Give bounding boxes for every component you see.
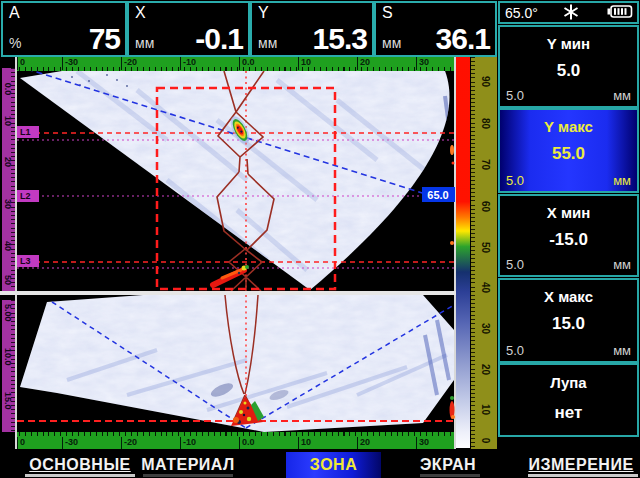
ruler-label: 0.0 — [239, 57, 255, 70]
ruler-label: 40 — [3, 238, 13, 254]
menu-underline-bar — [528, 474, 638, 477]
ruler-label: 70 — [480, 157, 491, 173]
measurement-unit: % — [9, 35, 21, 51]
param-y-max[interactable]: Y макс 55.0 5.0 мм — [498, 108, 639, 193]
ruler-label: -10 — [180, 57, 196, 70]
ruler-label: 60 — [480, 199, 491, 215]
measurement-box-x: X мм -0.1 — [127, 1, 250, 57]
param-title: Лупа — [500, 374, 637, 391]
ruler-label: 0 — [480, 433, 491, 449]
param-value: 5.0 — [500, 61, 637, 81]
param-value: нет — [500, 403, 637, 423]
ruler-label: 10 — [480, 402, 491, 418]
measurement-unit: мм — [382, 35, 401, 51]
param-value: 55.0 — [500, 144, 637, 164]
measurement-value: -0.1 — [195, 22, 243, 56]
vertical-ruler-top: 0.0 10 20 30 40 50 — [2, 68, 15, 292]
param-unit: мм — [613, 88, 631, 103]
param-step: 5.0 — [506, 173, 524, 188]
ruler-label: 20 — [3, 154, 13, 170]
ruler-label: 80 — [480, 116, 491, 132]
ruler-label: 90 — [480, 74, 491, 90]
ruler-label: 5.00 — [3, 304, 13, 320]
flaw-detector-screen: A % 75 X мм -0.1 Y мм 15.3 S мм 36.1 0 -… — [0, 0, 640, 478]
param-title: X макс — [500, 288, 637, 305]
ruler-label: 0 — [17, 57, 25, 70]
param-title: X мин — [500, 204, 637, 221]
measurement-letter: X — [135, 4, 146, 22]
param-unit: мм — [613, 343, 631, 358]
bscan-region — [17, 295, 455, 432]
ruler-label: 10.0 — [3, 348, 13, 364]
svg-text:65.0: 65.0 — [427, 189, 448, 201]
ruler-label: 50 — [3, 272, 13, 288]
status-header: 65.0° — [498, 1, 639, 24]
measurement-box-y: Y мм 15.3 — [250, 1, 374, 57]
ruler-label: 10 — [298, 57, 311, 70]
end-scan-view — [17, 295, 455, 432]
layer-tag: L2 — [17, 190, 39, 202]
menu-item-zona[interactable]: ЗОНА — [286, 452, 381, 478]
ruler-label: 30 — [416, 437, 429, 449]
param-magnifier[interactable]: Лупа нет — [498, 363, 639, 437]
measurement-value: 15.3 — [313, 22, 367, 56]
ruler-label: 30 — [480, 321, 491, 337]
ruler-label: 0.0 — [3, 81, 13, 97]
sector-scan-view: 65.0 — [17, 71, 455, 291]
menu-underline-bar — [25, 474, 135, 477]
ruler-label: 20 — [480, 362, 491, 378]
beam-angle-label: 65.0 — [422, 187, 455, 202]
sscan-fan — [17, 71, 455, 291]
horizontal-ruler-top: 0 -30 -20 -10 0.0 10 20 30 — [17, 57, 455, 71]
measurement-letter: S — [382, 4, 393, 22]
horizontal-ruler-bottom: 0 -30 -20 -10 0.0 10 20 30 — [17, 432, 455, 449]
ruler-label: 15.0 — [3, 392, 13, 408]
measurement-unit: мм — [258, 35, 277, 51]
param-step: 5.0 — [506, 257, 524, 272]
param-x-min[interactable]: X мин -15.0 5.0 мм — [498, 194, 639, 277]
param-unit: мм — [613, 257, 631, 272]
layer-tag: L1 — [17, 126, 39, 138]
parameter-panel: 65.0° Y мин 5.0 5.0 мм Y макс 55.0 — [497, 0, 640, 478]
vertical-ruler-bottom: 5.00 10.0 15.0 — [2, 300, 15, 432]
probe-angle-readout: 65.0° — [505, 5, 538, 21]
measurement-box-s: S мм 36.1 — [374, 1, 497, 57]
ruler-label: 0.0 — [239, 437, 255, 449]
ruler-label: -10 — [180, 437, 196, 449]
ruler-label: -20 — [121, 57, 137, 70]
ruler-label: -30 — [62, 57, 78, 70]
layer-tag: L3 — [17, 255, 39, 267]
asterisk-icon — [562, 4, 580, 20]
ruler-label: -30 — [62, 437, 78, 449]
measurement-unit: мм — [135, 35, 154, 51]
ruler-label: 20 — [357, 57, 370, 70]
measurement-box-amplitude: A % 75 — [1, 1, 127, 57]
ruler-ticks — [471, 57, 475, 449]
measurement-letter: A — [9, 4, 20, 22]
ruler-label: 10 — [298, 437, 311, 449]
ruler-label: 20 — [357, 437, 370, 449]
ruler-label: 50 — [480, 240, 491, 256]
ruler-label: 40 — [480, 280, 491, 296]
edge-echo-bottom-right — [450, 396, 456, 419]
measurement-value: 75 — [89, 22, 120, 56]
param-x-max[interactable]: X макс 15.0 5.0 мм — [498, 278, 639, 363]
amplitude-colorbar — [456, 57, 470, 448]
measurement-value: 36.1 — [436, 22, 490, 56]
param-step: 5.0 — [506, 88, 524, 103]
menu-underline-bar — [420, 474, 480, 477]
ruler-label: -20 — [121, 437, 137, 449]
param-step: 5.0 — [506, 343, 524, 358]
ruler-ticks — [19, 432, 455, 436]
param-unit: мм — [613, 173, 631, 188]
menu-underline-bar — [143, 474, 233, 477]
ruler-label: 30 — [3, 196, 13, 212]
ruler-label: 0 — [17, 437, 25, 449]
bottom-menu: ОСНОВНЫЕ МАТЕРИАЛ ЗОНА ЭКРАН ИЗМЕРЕНИЕ — [0, 452, 640, 478]
ruler-label: 30 — [416, 57, 429, 70]
ruler-label: 10 — [3, 113, 13, 129]
measurement-letter: Y — [258, 4, 269, 22]
param-y-min[interactable]: Y мин 5.0 5.0 мм — [498, 25, 639, 108]
param-value: -15.0 — [500, 230, 637, 250]
battery-icon — [607, 5, 633, 18]
